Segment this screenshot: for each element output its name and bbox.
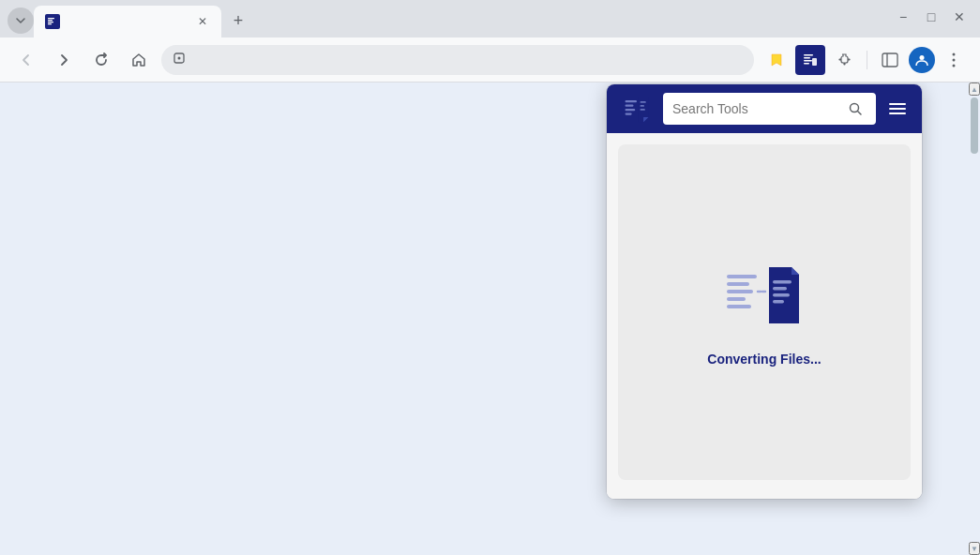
converting-icon bbox=[722, 258, 807, 337]
search-button[interactable] bbox=[844, 98, 867, 120]
ext-menu-button[interactable] bbox=[887, 94, 907, 124]
scroll-up-button[interactable]: ▲ bbox=[969, 82, 980, 96]
chrome-menu-button[interactable] bbox=[939, 45, 969, 75]
svg-point-16 bbox=[953, 64, 956, 67]
window-controls: − □ ✕ bbox=[890, 4, 972, 30]
tab-close-button[interactable]: ✕ bbox=[195, 14, 210, 29]
scroll-down-button[interactable]: ▼ bbox=[969, 542, 980, 555]
svg-rect-32 bbox=[727, 297, 746, 301]
tab-bar: ✕ + − □ ✕ bbox=[0, 0, 980, 38]
svg-rect-9 bbox=[804, 63, 809, 65]
extension-popup: Converting Files... bbox=[607, 84, 922, 499]
toolbar-divider bbox=[867, 51, 867, 69]
minimize-button[interactable]: − bbox=[890, 4, 916, 30]
svg-line-25 bbox=[858, 112, 862, 115]
svg-rect-18 bbox=[626, 105, 634, 107]
toolbar-actions bbox=[761, 45, 969, 75]
svg-point-13 bbox=[920, 55, 925, 60]
converting-text: Converting Files... bbox=[707, 352, 821, 367]
extensions-puzzle-button[interactable] bbox=[829, 45, 859, 75]
svg-rect-35 bbox=[773, 287, 787, 291]
search-input[interactable] bbox=[672, 101, 837, 116]
ext-logo bbox=[622, 94, 652, 124]
reload-button[interactable] bbox=[86, 45, 116, 75]
converting-card: Converting Files... bbox=[618, 144, 911, 480]
svg-rect-0 bbox=[48, 18, 54, 19]
active-tab[interactable]: ✕ bbox=[34, 6, 221, 38]
sidebar-button[interactable] bbox=[875, 45, 905, 75]
svg-rect-34 bbox=[773, 280, 792, 284]
svg-rect-1 bbox=[48, 20, 53, 21]
svg-rect-36 bbox=[773, 293, 790, 297]
svg-rect-21 bbox=[641, 101, 646, 103]
svg-rect-20 bbox=[626, 112, 632, 114]
svg-point-5 bbox=[178, 57, 181, 60]
svg-rect-3 bbox=[48, 23, 52, 24]
svg-rect-6 bbox=[804, 54, 813, 56]
svg-point-15 bbox=[953, 58, 956, 61]
svg-rect-33 bbox=[727, 305, 751, 308]
svg-point-14 bbox=[953, 52, 956, 55]
svg-rect-37 bbox=[773, 300, 784, 304]
forward-button[interactable] bbox=[49, 45, 79, 75]
profile-button[interactable] bbox=[909, 47, 935, 73]
bookmark-button[interactable] bbox=[761, 45, 792, 75]
tab-favicon bbox=[45, 14, 60, 29]
ext-header bbox=[607, 84, 922, 133]
address-security-icon bbox=[173, 52, 186, 68]
close-button[interactable]: ✕ bbox=[946, 4, 972, 30]
maximize-button[interactable]: □ bbox=[918, 4, 944, 30]
scrollbar-thumb[interactable] bbox=[971, 98, 978, 154]
svg-rect-30 bbox=[727, 282, 749, 286]
svg-rect-23 bbox=[641, 109, 645, 111]
ext-body: Converting Files... bbox=[607, 133, 922, 499]
svg-rect-10 bbox=[812, 58, 817, 66]
home-button[interactable] bbox=[124, 45, 154, 75]
svg-rect-31 bbox=[727, 290, 753, 293]
svg-rect-17 bbox=[626, 100, 637, 102]
svg-rect-29 bbox=[727, 275, 757, 278]
address-bar[interactable] bbox=[161, 45, 754, 75]
ext-search-bar[interactable] bbox=[663, 93, 876, 125]
svg-rect-19 bbox=[626, 109, 636, 111]
tab-list-button[interactable] bbox=[8, 8, 34, 34]
browser-toolbar bbox=[0, 38, 980, 82]
new-tab-button[interactable]: + bbox=[225, 8, 251, 34]
svg-rect-8 bbox=[804, 60, 812, 62]
scrollbar-track: ▲ ▼ bbox=[969, 82, 980, 555]
svg-rect-2 bbox=[48, 22, 53, 22]
svg-rect-22 bbox=[641, 105, 644, 107]
content-area: Converting Files... ▲ ▼ bbox=[0, 82, 980, 555]
svg-rect-7 bbox=[804, 57, 810, 59]
browser-frame: ✕ + − □ ✕ bbox=[0, 0, 980, 555]
back-button[interactable] bbox=[11, 45, 41, 75]
extension-icon-button[interactable] bbox=[795, 45, 825, 75]
svg-rect-11 bbox=[882, 53, 897, 67]
